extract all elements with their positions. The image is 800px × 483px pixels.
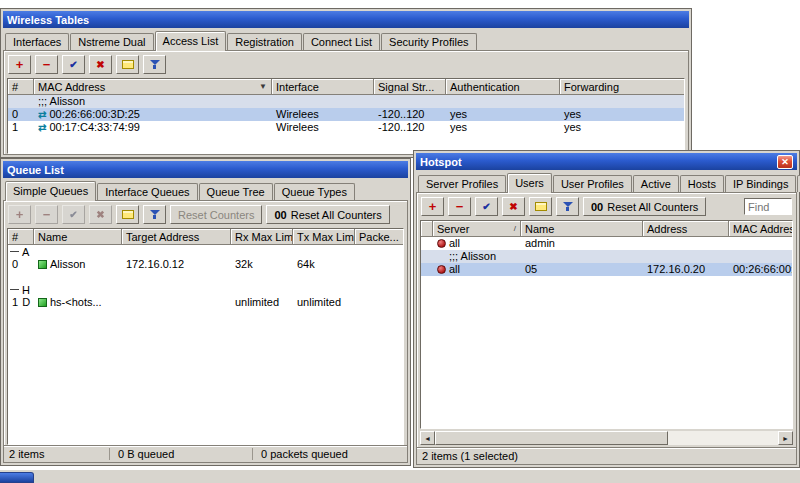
- col-forwarding[interactable]: Forwarding: [560, 79, 684, 95]
- table-row[interactable]: all admin: [421, 237, 792, 250]
- tab-queue-tree[interactable]: Queue Tree: [199, 183, 273, 200]
- wireless-panel: + − ✔ ✖ # MAC Address▼ Interface Signal …: [3, 50, 689, 155]
- name-cell: hs-<hots...: [34, 296, 122, 309]
- add-button[interactable]: +: [421, 197, 444, 216]
- col-rx-max-limit[interactable]: Rx Max Limit: [231, 229, 293, 245]
- remove-button[interactable]: −: [35, 55, 58, 74]
- tab-server-profiles[interactable]: Server Profiles: [418, 175, 506, 192]
- table-row[interactable]: 1D hs-<hots... unlimited unlimited: [8, 296, 403, 309]
- col-server[interactable]: Server/: [433, 221, 521, 237]
- name-cell: 05: [521, 263, 643, 276]
- wireless-tab-bar: Interfaces Nstreme Dual Access List Regi…: [3, 28, 689, 50]
- queue-list-header: # Name Target Address Rx Max Limit Tx Ma…: [8, 229, 403, 245]
- tab-ip-bindings[interactable]: IP Bindings: [725, 175, 796, 192]
- plus-icon: +: [429, 200, 437, 213]
- col-target-address[interactable]: Target Address: [122, 229, 231, 245]
- scroll-left-button[interactable]: ◄: [420, 431, 435, 445]
- hotspot-user-icon: [437, 265, 446, 274]
- table-row[interactable]: 0 Alisson 172.16.0.12 32k 64k: [8, 258, 403, 271]
- mac-cell: ⇄00:17:C4:33:74:99: [34, 121, 272, 134]
- col-number[interactable]: #: [8, 79, 34, 95]
- queue-group-a[interactable]: A: [8, 245, 403, 258]
- tab-hosts[interactable]: Hosts: [680, 175, 724, 192]
- filter-button[interactable]: [556, 197, 579, 216]
- interface-cell: Wirelees: [272, 108, 374, 121]
- find-input[interactable]: [744, 198, 792, 215]
- wireless-titlebar[interactable]: Wireless Tables: [3, 11, 689, 28]
- col-mac-address[interactable]: MAC Address▼: [34, 79, 272, 95]
- tab-registration[interactable]: Registration: [227, 33, 302, 50]
- add-button[interactable]: +: [8, 205, 31, 224]
- enable-button[interactable]: ✔: [62, 55, 85, 74]
- filter-button[interactable]: [143, 55, 166, 74]
- comment-button[interactable]: [116, 205, 139, 224]
- cross-icon: ✖: [96, 210, 104, 220]
- col-name[interactable]: Name: [521, 221, 643, 237]
- col-mac-address[interactable]: MAC Address: [729, 221, 792, 237]
- disable-button[interactable]: ✖: [502, 197, 525, 216]
- comment-text: ;;; Alisson: [8, 95, 89, 108]
- filter-button[interactable]: [143, 205, 166, 224]
- comment-row[interactable]: ;;; Alisson: [421, 250, 792, 263]
- server-cell: all: [433, 237, 521, 250]
- col-number[interactable]: #: [8, 229, 34, 245]
- remove-button[interactable]: −: [35, 205, 58, 224]
- disable-button[interactable]: ✖: [89, 55, 112, 74]
- group-collapse-icon: [10, 289, 19, 290]
- hotspot-list-header: Server/ Name Address MAC Address: [421, 221, 792, 237]
- table-row[interactable]: 1 ⇄00:17:C4:33:74:99 Wirelees -120..120 …: [8, 121, 684, 134]
- wireless-tables-window: Wireless Tables Interfaces Nstreme Dual …: [0, 8, 692, 158]
- scrollbar-track[interactable]: [435, 431, 778, 445]
- horizontal-scrollbar[interactable]: ◄ ►: [420, 431, 793, 445]
- hotspot-titlebar[interactable]: Hotspot ✕: [416, 153, 797, 170]
- col-authentication[interactable]: Authentication: [446, 79, 560, 95]
- enable-button[interactable]: ✔: [62, 205, 85, 224]
- scrollbar-thumb[interactable]: [435, 431, 668, 445]
- mac-cell: [729, 237, 792, 250]
- queue-group-h[interactable]: H: [8, 283, 403, 296]
- reset-counters-button[interactable]: Reset Counters: [170, 205, 262, 224]
- tab-simple-queues[interactable]: Simple Queues: [5, 181, 96, 201]
- reset-all-counters-button[interactable]: 00Reset All Counters: [266, 205, 389, 224]
- remove-button[interactable]: −: [448, 197, 471, 216]
- hotspot-panel: + − ✔ ✖ 00Reset All Counters Server/ Nam…: [416, 192, 797, 465]
- tab-interfaces[interactable]: Interfaces: [5, 33, 69, 50]
- comment-button[interactable]: [529, 197, 552, 216]
- arrow-left-icon: ◄: [424, 435, 431, 442]
- tab-access-list[interactable]: Access List: [155, 31, 227, 51]
- col-tx-max-limit[interactable]: Tx Max Limit: [293, 229, 355, 245]
- tab-connect-list[interactable]: Connect List: [303, 33, 380, 50]
- enable-button[interactable]: ✔: [475, 197, 498, 216]
- tab-queue-types[interactable]: Queue Types: [274, 183, 355, 200]
- tab-interface-queues[interactable]: Interface Queues: [97, 183, 197, 200]
- tab-users[interactable]: Users: [507, 173, 552, 193]
- scroll-right-button[interactable]: ►: [778, 431, 793, 445]
- sort-ascending-icon: /: [512, 224, 516, 233]
- address-cell: 172.16.0.20: [643, 263, 729, 276]
- tab-nstreme-dual[interactable]: Nstreme Dual: [70, 33, 153, 50]
- col-signal-strength[interactable]: Signal Str...: [374, 79, 446, 95]
- minimized-window-edge[interactable]: [0, 472, 34, 483]
- tab-security-profiles[interactable]: Security Profiles: [381, 33, 476, 50]
- col-address[interactable]: Address: [643, 221, 729, 237]
- comment-row[interactable]: ;;; Alisson: [8, 95, 684, 108]
- add-button[interactable]: +: [8, 55, 31, 74]
- table-row[interactable]: all 05 172.16.0.20 00:26:66:00:3D:2: [421, 263, 792, 276]
- col-packets[interactable]: Packe...: [355, 229, 403, 245]
- check-icon: ✔: [69, 60, 77, 70]
- table-row[interactable]: 0 ⇄00:26:66:00:3D:25 Wirelees -120..120 …: [8, 108, 684, 121]
- queue-titlebar[interactable]: Queue List: [3, 161, 408, 178]
- tab-active[interactable]: Active: [633, 175, 679, 192]
- col-name[interactable]: Name: [34, 229, 122, 245]
- col-flags[interactable]: [421, 221, 433, 237]
- col-interface[interactable]: Interface: [272, 79, 374, 95]
- close-button[interactable]: ✕: [777, 155, 793, 169]
- comment-button[interactable]: [116, 55, 139, 74]
- disable-button[interactable]: ✖: [89, 205, 112, 224]
- reset-all-counters-button[interactable]: 00Reset All Counters: [583, 197, 706, 216]
- queue-list-window: Queue List Simple Queues Interface Queue…: [0, 158, 411, 466]
- tab-user-profiles[interactable]: User Profiles: [553, 175, 632, 192]
- target-cell: 172.16.0.12: [122, 258, 231, 271]
- interface-arrows-icon: ⇄: [38, 123, 46, 133]
- signal-cell: -120..120: [374, 108, 446, 121]
